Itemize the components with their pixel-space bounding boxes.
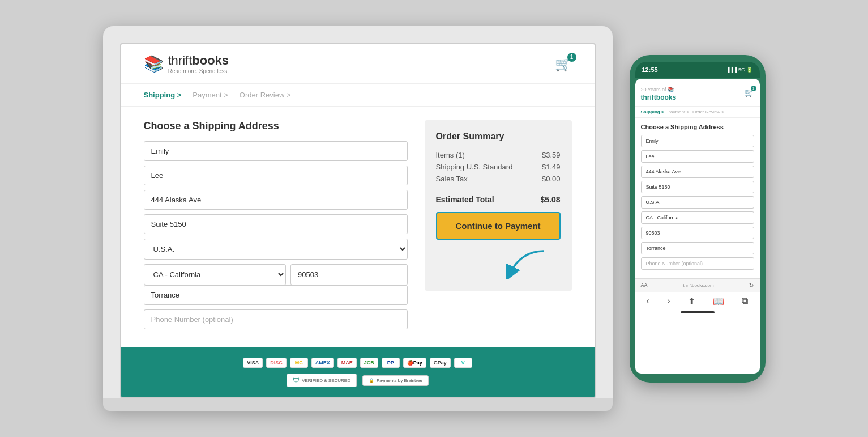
summary-title: Order Summary bbox=[436, 131, 561, 142]
phone-logo: thriftbooks bbox=[641, 94, 677, 101]
phone-breadcrumb-payment[interactable]: Payment > bbox=[668, 109, 689, 114]
phone-status: ▐▐▐ 5G 🔋 bbox=[726, 67, 752, 73]
phone-zip-input[interactable] bbox=[641, 227, 754, 239]
section-title: Choose a Shipping Address bbox=[144, 120, 408, 132]
last-name-input[interactable] bbox=[144, 166, 408, 185]
city-group bbox=[144, 285, 408, 305]
braintree-badge: 🔒 Payments by Braintree bbox=[362, 375, 429, 386]
phone-suite-input[interactable] bbox=[641, 181, 754, 193]
phone-last-name-input[interactable] bbox=[641, 150, 754, 163]
city-input[interactable] bbox=[144, 285, 408, 305]
phone-city-input[interactable] bbox=[641, 242, 754, 254]
phone-forward-button[interactable]: › bbox=[667, 296, 670, 306]
mastercard-icon: MC bbox=[290, 358, 308, 368]
lock-icon: 🔒 bbox=[369, 378, 374, 383]
summary-shipping-label: Shipping U.S. Standard bbox=[436, 163, 513, 171]
arrow-annotation bbox=[436, 245, 561, 279]
phone-browser-bar: AA thriftbooks.com ↻ bbox=[635, 278, 760, 292]
visa-icon: VISA bbox=[243, 358, 263, 368]
zip-input[interactable] bbox=[290, 264, 407, 285]
breadcrumb-shipping[interactable]: Shipping > bbox=[144, 91, 182, 99]
applepay-icon: 🍎Pay bbox=[403, 358, 426, 368]
address-group bbox=[144, 190, 408, 210]
logo-text: thriftbooks bbox=[168, 53, 229, 67]
phone-aa-text: AA bbox=[641, 282, 648, 288]
phone-breadcrumb-review[interactable]: Order Review > bbox=[692, 109, 724, 114]
logo-area: 📚 thriftbooks Read more. Spend less. bbox=[144, 53, 229, 74]
site-footer: VISA DISC MC AMEX MAE JCB PP 🍎Pay GPay V… bbox=[121, 347, 595, 397]
main-content: Choose a Shipping Address U.S.A. bbox=[121, 107, 595, 347]
logo-book-icon: 📚 bbox=[144, 54, 164, 73]
shipping-form: Choose a Shipping Address U.S.A. bbox=[144, 120, 408, 334]
phone-back-button[interactable]: ‹ bbox=[647, 296, 649, 306]
cart-area[interactable]: 🛒 1 bbox=[555, 56, 572, 72]
phone-home-indicator bbox=[681, 311, 715, 313]
site-header: 📚 thriftbooks Read more. Spend less. 🛒 1 bbox=[121, 44, 595, 84]
laptop-mockup: 📚 thriftbooks Read more. Spend less. 🛒 1… bbox=[103, 26, 613, 411]
phone-nav-bar: ‹ › ⬆ 📖 ⧉ bbox=[635, 292, 760, 309]
suite-input[interactable] bbox=[144, 214, 408, 234]
summary-total-row: Estimated Total $5.08 bbox=[436, 195, 561, 204]
summary-total-price: $5.08 bbox=[540, 195, 560, 204]
phone-notch: 12:55 ▐▐▐ 5G 🔋 bbox=[635, 62, 760, 78]
arrow-icon bbox=[504, 245, 549, 279]
phone-breadcrumb-shipping[interactable]: Shipping > bbox=[641, 109, 664, 114]
continue-to-payment-button[interactable]: Continue to Payment bbox=[436, 212, 561, 240]
phone-bookmarks-button[interactable]: 📖 bbox=[713, 296, 724, 307]
order-summary: Order Summary Items (1) $3.59 Shipping U… bbox=[425, 120, 572, 291]
state-zip-row: CA - California bbox=[144, 264, 408, 285]
phone-tabs-button[interactable]: ⧉ bbox=[742, 296, 748, 306]
braintree-text: Payments by Braintree bbox=[377, 378, 422, 383]
first-name-group bbox=[144, 141, 408, 161]
laptop-base bbox=[103, 398, 613, 411]
phone-state-input[interactable] bbox=[641, 211, 754, 224]
jcb-icon: JCB bbox=[360, 358, 378, 368]
paypal-icon: PP bbox=[382, 358, 400, 368]
laptop-screen: 📚 thriftbooks Read more. Spend less. 🛒 1… bbox=[120, 43, 596, 398]
phone-logo-area: 20 Years of 📚 thriftbooks bbox=[641, 83, 677, 101]
phone-group bbox=[144, 309, 408, 329]
maestro-icon: MAE bbox=[337, 358, 357, 368]
phone-share-button[interactable]: ⬆ bbox=[688, 296, 695, 307]
verified-badge: 🛡 VERIFIED & SECURED bbox=[287, 374, 357, 387]
phone-section-title: Choose a Shipping Address bbox=[641, 124, 754, 130]
breadcrumb-nav: Shipping > Payment > Order Review > bbox=[121, 84, 595, 107]
summary-items-row: Items (1) $3.59 bbox=[436, 151, 561, 159]
mobile-phone-mockup: 12:55 ▐▐▐ 5G 🔋 20 Years of 📚 thriftbooks… bbox=[630, 55, 766, 383]
phone-header: 20 Years of 📚 thriftbooks 🛒 1 bbox=[635, 79, 760, 107]
summary-shipping-price: $1.49 bbox=[542, 163, 561, 171]
breadcrumb-payment[interactable]: Payment > bbox=[193, 91, 228, 99]
phone-screen: 20 Years of 📚 thriftbooks 🛒 1 Shipping >… bbox=[635, 79, 760, 374]
phone-first-name-input[interactable] bbox=[641, 135, 754, 147]
state-select[interactable]: CA - California bbox=[144, 264, 287, 285]
discover-icon: DISC bbox=[266, 358, 287, 368]
phone-country-input[interactable] bbox=[641, 196, 754, 209]
phone-cart-badge: 1 bbox=[751, 86, 756, 91]
last-name-group bbox=[144, 166, 408, 185]
summary-shipping-row: Shipping U.S. Standard $1.49 bbox=[436, 163, 561, 171]
address-input[interactable] bbox=[144, 190, 408, 210]
phone-phone-input[interactable] bbox=[641, 257, 754, 270]
logo-tagline: Read more. Spend less. bbox=[168, 68, 229, 74]
verified-text: VERIFIED & SECURED bbox=[302, 378, 350, 383]
phone-input[interactable] bbox=[144, 309, 408, 329]
summary-items-price: $3.59 bbox=[542, 151, 561, 159]
phone-url-bar[interactable]: thriftbooks.com bbox=[683, 283, 713, 288]
phone-cart-icon[interactable]: 🛒 1 bbox=[745, 88, 754, 97]
phone-address-input[interactable] bbox=[641, 166, 754, 178]
country-group: U.S.A. bbox=[144, 239, 408, 260]
breadcrumb-review[interactable]: Order Review > bbox=[240, 91, 291, 99]
phone-time: 12:55 bbox=[642, 66, 658, 73]
summary-items-label: Items (1) bbox=[436, 151, 465, 159]
first-name-input[interactable] bbox=[144, 141, 408, 161]
summary-total-label: Estimated Total bbox=[436, 195, 494, 204]
summary-tax-row: Sales Tax $0.00 bbox=[436, 175, 561, 183]
phone-refresh-icon[interactable]: ↻ bbox=[749, 282, 754, 288]
cart-badge: 1 bbox=[567, 53, 576, 62]
phone-content: Choose a Shipping Address bbox=[635, 118, 760, 278]
country-select[interactable]: U.S.A. bbox=[144, 239, 408, 260]
amex-icon: AMEX bbox=[311, 358, 334, 368]
shield-icon: 🛡 bbox=[293, 376, 300, 384]
venmo-icon: V bbox=[454, 358, 472, 368]
payment-icons-row: VISA DISC MC AMEX MAE JCB PP 🍎Pay GPay V bbox=[132, 358, 583, 368]
